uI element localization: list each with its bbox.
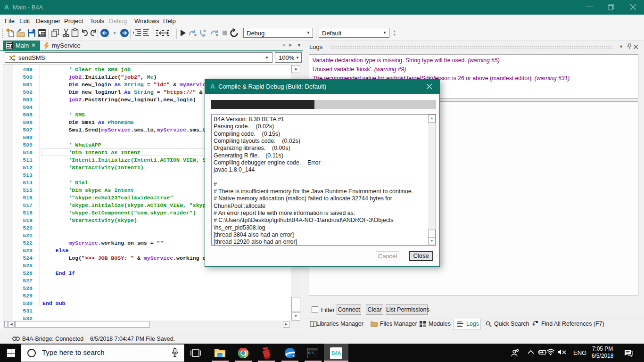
svg-text:C:\_: C:\_ <box>308 351 315 354</box>
